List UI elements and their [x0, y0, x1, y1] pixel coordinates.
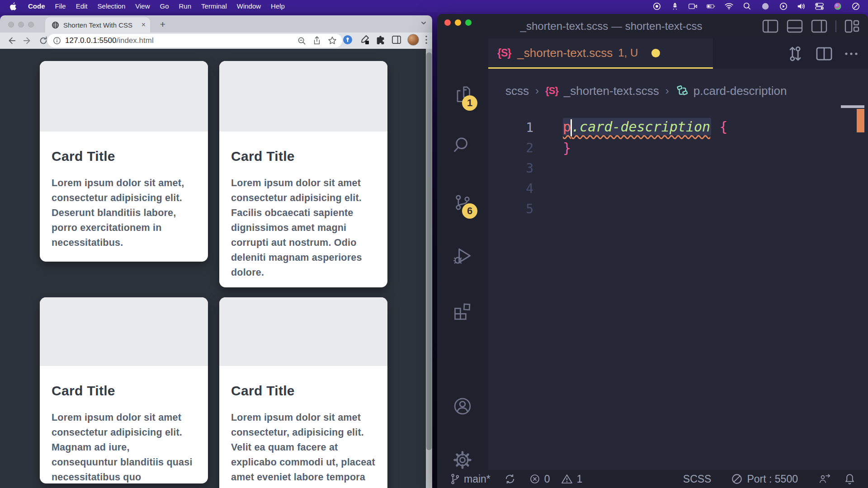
- problems-status[interactable]: 0 1: [529, 473, 583, 485]
- card-image-placeholder: [40, 297, 208, 366]
- card-3: Card Title Lorem ipsum dolor sit amet co…: [40, 297, 208, 483]
- battery-icon[interactable]: [707, 2, 715, 10]
- clock-icon[interactable]: [851, 2, 860, 10]
- menu-edit[interactable]: Edit: [71, 2, 93, 10]
- feedback-status[interactable]: [818, 473, 830, 485]
- menu-selection[interactable]: Selection: [93, 2, 131, 10]
- customize-layout-icon[interactable]: [844, 19, 860, 33]
- profile-avatar[interactable]: [407, 34, 419, 46]
- permission-icon[interactable]: [342, 34, 353, 45]
- play-circle-icon[interactable]: [779, 2, 788, 10]
- url-bar[interactable]: 127.0.0.1:5500/index.html: [47, 34, 342, 47]
- screen-record-icon[interactable]: [689, 2, 697, 10]
- tab-close-icon[interactable]: ×: [142, 21, 146, 29]
- error-count: 0: [544, 473, 550, 485]
- page-scrollbar-thumb[interactable]: [426, 52, 432, 450]
- editor-tab-active[interactable]: {S} _shorten-text.scss 1, U: [488, 38, 713, 69]
- minimize-window-button[interactable]: [455, 19, 461, 26]
- toggle-secondary-sidebar-icon[interactable]: [811, 19, 827, 33]
- volume-icon[interactable]: [797, 2, 806, 10]
- scrollbar-top-indicator[interactable]: [841, 105, 864, 108]
- git-branch-status[interactable]: main*: [450, 473, 491, 485]
- tab-filename: _shorten-text.scss: [517, 46, 613, 60]
- wifi-icon[interactable]: [725, 2, 733, 10]
- close-window-button[interactable]: [444, 19, 451, 26]
- code-line-2[interactable]: 2 }: [488, 138, 868, 158]
- code-line-3[interactable]: 3: [488, 158, 868, 178]
- breadcrumb-folder[interactable]: scss: [505, 84, 529, 98]
- menu-file[interactable]: File: [50, 2, 71, 10]
- extension-icon[interactable]: [376, 35, 386, 45]
- toggle-panel-icon[interactable]: [787, 19, 803, 33]
- record-target-icon[interactable]: [652, 2, 661, 10]
- extensions-icon[interactable]: [453, 301, 472, 321]
- vscode-window: _shorten-text.scss — shorten-text-css 1 …: [437, 14, 868, 488]
- menu-view[interactable]: View: [130, 2, 155, 10]
- card-1: Card Title Lorem ipsum dolor sit amet, c…: [40, 61, 208, 262]
- more-actions-icon[interactable]: [844, 52, 858, 56]
- close-window-button[interactable]: [8, 22, 14, 28]
- breadcrumb-symbol[interactable]: p.card-description: [675, 84, 787, 98]
- menu-app[interactable]: Code: [23, 2, 50, 10]
- url-text[interactable]: 127.0.0.1:5500/index.html: [65, 36, 154, 45]
- tab-search-chevron-icon[interactable]: [420, 20, 427, 26]
- spotlight-icon[interactable]: [743, 2, 751, 10]
- errors-icon: [529, 474, 540, 484]
- notifications-status[interactable]: [844, 473, 855, 485]
- search-icon[interactable]: [453, 135, 472, 155]
- reload-icon[interactable]: [39, 36, 48, 45]
- forward-icon[interactable]: [23, 36, 33, 45]
- split-editor-icon[interactable]: [816, 46, 833, 61]
- branch-name: main*: [464, 473, 491, 485]
- tab-modified-dot-icon[interactable]: [651, 49, 660, 57]
- sidebar-icon[interactable]: [392, 35, 401, 44]
- code-line-5[interactable]: 5: [488, 199, 868, 219]
- menubar-status-icons: [652, 2, 860, 10]
- menu-window[interactable]: Window: [232, 2, 266, 10]
- port-label: Port : 5500: [747, 473, 798, 485]
- apple-logo-icon[interactable]: [10, 2, 17, 10]
- favicon-globe-icon: [52, 21, 59, 29]
- overview-ruler-warning-mark: [857, 109, 864, 132]
- bookmark-star-icon[interactable]: [328, 36, 337, 45]
- language-mode[interactable]: SCSS: [683, 473, 712, 485]
- activity-bar: 1 6: [437, 38, 488, 470]
- zoom-icon[interactable]: [297, 37, 306, 45]
- menu-go[interactable]: Go: [155, 2, 174, 10]
- share-icon[interactable]: [313, 36, 321, 45]
- code-line-1[interactable]: 1 p.card-description {: [488, 117, 868, 138]
- run-debug-icon[interactable]: [453, 246, 472, 266]
- info-icon[interactable]: [53, 37, 61, 45]
- code-line-4[interactable]: 4: [488, 178, 868, 199]
- card-title: Card Title: [52, 383, 196, 399]
- back-icon[interactable]: [6, 36, 16, 45]
- menu-terminal[interactable]: Terminal: [196, 2, 232, 10]
- breadcrumb-file[interactable]: _shorten-text.scss: [564, 84, 659, 98]
- control-center-icon[interactable]: [815, 2, 824, 10]
- line-number: 3: [488, 161, 533, 176]
- card-description: Lorem ipsum dolor sit amet consectetur a…: [231, 176, 376, 280]
- accounts-icon[interactable]: [453, 396, 472, 416]
- browser-tab[interactable]: Shorten Text With CSS ×: [45, 17, 150, 33]
- menu-run[interactable]: Run: [174, 2, 197, 10]
- settings-gear-icon[interactable]: [453, 450, 472, 470]
- git-branch-icon: [450, 473, 460, 485]
- rocket-icon[interactable]: [670, 2, 679, 10]
- dot-icon[interactable]: [761, 2, 769, 10]
- new-tab-button[interactable]: +: [157, 19, 168, 30]
- editor-group: {S} _shorten-text.scss 1, U scss › {S} _…: [488, 38, 868, 470]
- siri-icon[interactable]: [833, 2, 842, 10]
- page-scrollbar[interactable]: [426, 49, 432, 488]
- zoom-window-button[interactable]: [28, 22, 34, 28]
- zoom-window-button[interactable]: [465, 19, 472, 26]
- menu-help[interactable]: Help: [266, 2, 290, 10]
- code-editor[interactable]: 1 p.card-description { 2 } 3 4 5: [488, 117, 868, 470]
- eyedropper-icon[interactable]: [359, 34, 370, 45]
- live-server-port[interactable]: Port : 5500: [731, 473, 798, 485]
- switch-changes-icon[interactable]: [787, 45, 804, 63]
- sync-status[interactable]: [504, 473, 516, 485]
- url-path: /index.html: [116, 36, 153, 45]
- minimize-window-button[interactable]: [18, 22, 24, 28]
- toggle-sidebar-icon[interactable]: [762, 19, 778, 33]
- menu-dots-icon[interactable]: [425, 35, 428, 44]
